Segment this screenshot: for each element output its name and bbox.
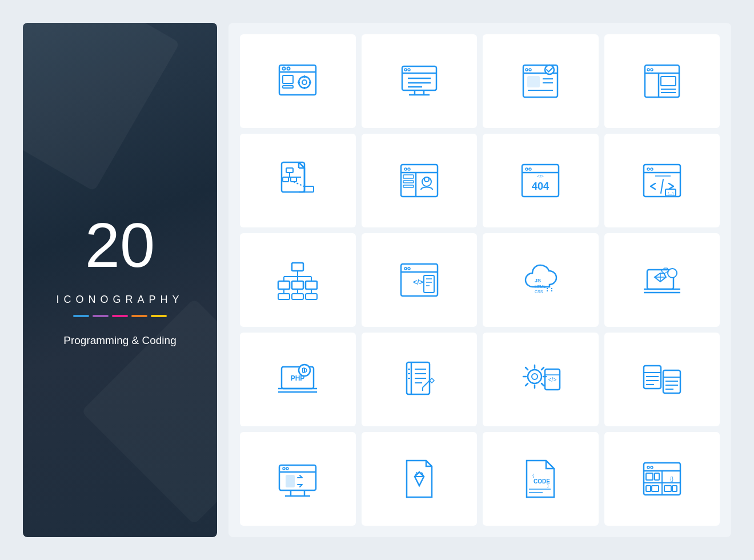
svg-rect-46 <box>291 177 296 182</box>
svg-point-163 <box>651 466 653 469</box>
icon-web-edit-code[interactable]: {...} <box>604 134 720 227</box>
svg-point-108 <box>668 269 677 278</box>
color-bars <box>56 315 183 317</box>
svg-point-30 <box>529 69 531 71</box>
svg-point-7 <box>302 80 307 85</box>
svg-point-61 <box>526 168 528 170</box>
svg-rect-48 <box>304 186 314 192</box>
icon-network-tree[interactable] <box>240 233 356 327</box>
icon-web-user[interactable] <box>362 134 478 227</box>
svg-rect-79 <box>278 281 290 289</box>
svg-rect-54 <box>403 185 414 187</box>
icon-web-code-block[interactable]: </> <box>362 233 478 327</box>
svg-text:HTML: HTML <box>535 285 546 289</box>
iconography-label: ICONOGRAPHY <box>56 294 183 306</box>
svg-rect-45 <box>283 177 288 182</box>
icon-php-laptop[interactable]: PHP <box>240 333 356 426</box>
svg-rect-5 <box>283 86 293 88</box>
icon-monitor-resize[interactable] <box>240 432 356 526</box>
svg-point-3 <box>287 67 290 70</box>
icon-web-checklist[interactable] <box>483 34 599 128</box>
svg-point-148 <box>283 467 285 470</box>
svg-point-128 <box>528 370 542 383</box>
svg-point-149 <box>286 467 288 470</box>
icon-diamond-file[interactable] <box>362 432 478 526</box>
svg-point-129 <box>532 374 538 379</box>
svg-text:</>: </> <box>413 278 423 286</box>
icon-js-html-css-cloud[interactable]: JS HTML CSS <box>483 233 599 327</box>
color-bar-pink <box>112 315 128 317</box>
svg-point-29 <box>526 69 528 71</box>
svg-line-126 <box>423 381 430 387</box>
color-bar-purple <box>93 315 109 317</box>
svg-text:}: } <box>547 483 549 488</box>
icon-web-code-grid[interactable]: {} <box>604 432 720 526</box>
svg-point-38 <box>651 69 653 71</box>
svg-rect-170 <box>672 486 677 491</box>
svg-rect-73 <box>292 263 303 271</box>
svg-point-6 <box>299 77 310 88</box>
svg-point-67 <box>647 168 649 170</box>
svg-rect-150 <box>286 475 294 487</box>
left-content: 20 ICONOGRAPHY Programming & Coding <box>56 214 183 347</box>
icons-grid: 404 </> {...} <box>228 23 731 537</box>
svg-rect-169 <box>664 486 671 491</box>
color-bar-yellow <box>151 315 167 317</box>
icon-code-file[interactable]: { CODE } <box>483 432 599 526</box>
svg-text:</>: </> <box>537 174 544 179</box>
svg-point-57 <box>404 168 407 170</box>
svg-rect-93 <box>424 275 434 293</box>
svg-text:{}: {} <box>670 476 673 482</box>
svg-point-91 <box>408 267 410 270</box>
svg-point-2 <box>283 67 286 70</box>
svg-point-68 <box>651 168 653 170</box>
svg-point-62 <box>529 168 531 170</box>
svg-point-58 <box>408 168 410 170</box>
svg-text:JS: JS <box>535 278 541 283</box>
color-bar-orange <box>131 315 147 317</box>
svg-text:404: 404 <box>532 181 549 192</box>
svg-point-56 <box>424 177 429 182</box>
icon-web-404[interactable]: 404 </> <box>483 134 599 227</box>
svg-point-162 <box>647 466 649 469</box>
subtitle: Programming & Coding <box>56 334 183 347</box>
svg-rect-171 <box>646 486 651 491</box>
left-panel: 20 ICONOGRAPHY Programming & Coding <box>23 23 217 537</box>
svg-rect-52 <box>403 175 414 178</box>
svg-line-69 <box>661 179 663 193</box>
svg-rect-80 <box>292 281 303 289</box>
svg-rect-42 <box>286 168 293 173</box>
svg-rect-87 <box>306 294 317 299</box>
icon-laptop-diamond[interactable] <box>604 233 720 327</box>
icon-web-layout[interactable] <box>604 34 720 128</box>
svg-rect-81 <box>306 281 317 289</box>
svg-rect-4 <box>283 75 293 83</box>
icon-sitemap-file[interactable] <box>240 134 356 227</box>
icon-code-duplicate[interactable] <box>604 333 720 426</box>
svg-rect-24 <box>528 77 539 87</box>
svg-point-90 <box>404 267 407 270</box>
big-number: 20 <box>56 214 183 277</box>
icon-monitor-web[interactable] <box>362 34 478 128</box>
svg-rect-53 <box>403 181 414 183</box>
svg-rect-85 <box>278 294 290 299</box>
svg-point-37 <box>647 69 649 71</box>
icon-cms-settings[interactable] <box>240 34 356 128</box>
svg-rect-172 <box>652 486 659 491</box>
svg-text:CSS: CSS <box>535 290 543 294</box>
svg-rect-86 <box>292 294 303 299</box>
svg-rect-167 <box>655 473 659 480</box>
svg-point-21 <box>408 69 410 71</box>
svg-text:{...}: {...} <box>667 191 673 196</box>
icon-gear-code[interactable]: </> <box>483 333 599 426</box>
svg-text:{: { <box>532 473 534 478</box>
svg-text:</>: </> <box>548 377 557 383</box>
main-container: 20 ICONOGRAPHY Programming & Coding <box>23 23 731 537</box>
svg-rect-166 <box>646 473 653 480</box>
icon-notebook-pen[interactable] <box>362 333 478 426</box>
color-bar-blue <box>73 315 89 317</box>
svg-rect-34 <box>661 77 676 86</box>
svg-point-20 <box>404 69 407 71</box>
